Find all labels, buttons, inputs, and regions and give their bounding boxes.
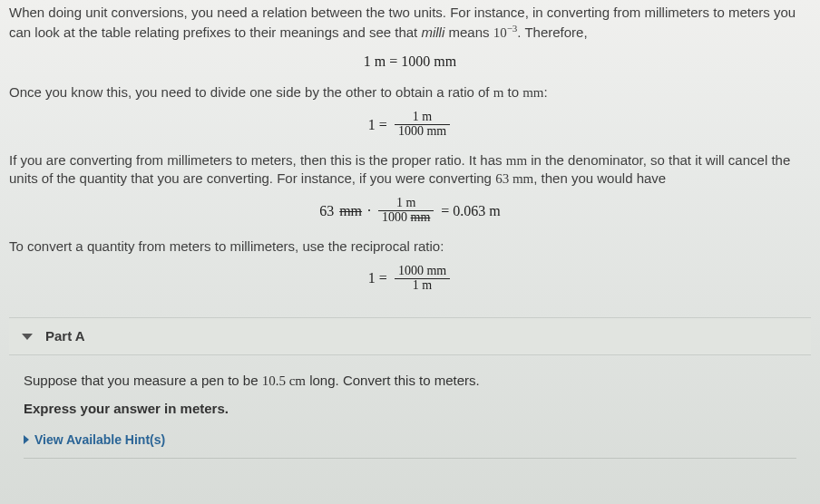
fraction: 1000 mm 1 m: [395, 265, 450, 292]
unit-m: m: [493, 85, 504, 100]
eq-result: = 0.063 m: [441, 201, 500, 221]
part-a-prompt: Suppose that you measure a pen to be 10.…: [24, 372, 796, 390]
text: When doing unit conversions, you need a …: [9, 5, 796, 40]
text: If you are converting from millimeters t…: [9, 152, 506, 168]
italic-milli: milli: [421, 24, 444, 40]
intro-paragraph-2: Once you know this, you need to divide o…: [9, 83, 811, 102]
intro-paragraph-1: When doing unit conversions, you need a …: [9, 4, 811, 43]
value-10-5cm: 10.5 cm: [262, 373, 306, 388]
part-a-body: Suppose that you measure a pen to be 10.…: [9, 355, 811, 469]
denominator: 1 m: [395, 279, 450, 293]
text: Suppose that you measure a pen to be: [24, 373, 262, 388]
text: to: [503, 84, 522, 100]
eq-lhs: 1 =: [368, 268, 387, 288]
part-a-title: Part A: [45, 327, 85, 345]
equation-1: 1 m = 1000 mm: [9, 52, 811, 72]
eq-text: 1 m = 1000 mm: [364, 53, 456, 69]
power-exponent: −3: [507, 23, 518, 34]
intro-paragraph-3: If you are converting from millimeters t…: [9, 151, 811, 189]
unit-mm: mm: [522, 85, 543, 100]
den-value: 1000: [382, 210, 411, 224]
eq-lhs: 1 =: [368, 115, 387, 135]
eq-left-value: 63: [319, 201, 334, 221]
value-63mm: 63 mm: [495, 171, 533, 186]
view-hints-button[interactable]: View Available Hint(s): [24, 431, 165, 449]
power-base: 10: [493, 25, 507, 40]
text: . Therefore,: [517, 24, 587, 40]
text: , then you would have: [533, 170, 666, 186]
cancelled-unit: mm: [339, 201, 362, 221]
denominator: 1000 mm: [378, 211, 434, 225]
cancelled-unit: mm: [411, 210, 431, 224]
numerator: 1 m: [395, 111, 450, 125]
chevron-right-icon: [24, 435, 29, 444]
answer-input-area[interactable]: [24, 458, 796, 461]
fraction: 1 m 1000 mm: [395, 111, 450, 138]
part-a-instruction: Express your answer in meters.: [24, 400, 796, 418]
text: Once you know this, you need to divide o…: [9, 84, 493, 100]
equation-3: 63 mm · 1 m 1000 mm = 0.063 m: [9, 197, 811, 224]
equation-2: 1 = 1 m 1000 mm: [9, 111, 811, 138]
text: :: [544, 84, 548, 100]
intro-paragraph-4: To convert a quantity from meters to mil…: [9, 237, 811, 256]
dot-operator: ·: [367, 201, 371, 221]
text: long. Convert this to meters.: [306, 373, 480, 388]
numerator: 1000 mm: [395, 265, 450, 279]
chevron-down-icon: [22, 334, 33, 340]
text: means: [444, 24, 493, 40]
fraction: 1 m 1000 mm: [378, 197, 434, 224]
hints-label: View Available Hint(s): [34, 431, 165, 449]
denominator: 1000 mm: [395, 125, 450, 139]
numerator: 1 m: [378, 197, 434, 211]
unit-mm: mm: [506, 153, 527, 168]
equation-4: 1 = 1000 mm 1 m: [9, 265, 811, 292]
part-a-header[interactable]: Part A: [9, 317, 811, 355]
